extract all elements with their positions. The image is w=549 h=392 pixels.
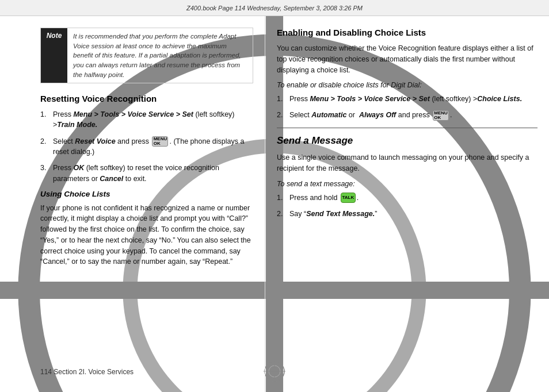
list-content: Select Automatic or Always Off and press… xyxy=(289,110,537,121)
talk-button-icon: TALK xyxy=(341,193,356,203)
list-item: 2. Say “Send Text Message.” xyxy=(277,209,537,219)
list-content: Press OK (left softkey) to reset the voi… xyxy=(53,163,253,183)
top-bar: Z400.book Page 114 Wednesday, September … xyxy=(0,0,549,16)
list-num: 3. xyxy=(40,163,53,173)
list-item: 1. Press Menu > Tools > Voice Service > … xyxy=(277,94,537,104)
menu-path: Menu > Tools > Voice Service > Set xyxy=(73,110,193,118)
note-content: It is recommended that you perform the c… xyxy=(67,28,253,83)
train-mode: Train Mode. xyxy=(57,121,97,129)
page-footer: 114 Section 2I. Voice Services xyxy=(40,368,134,376)
list-item: 3. Press OK (left softkey) to reset the … xyxy=(40,163,253,183)
footer-text: 114 Section 2I. Voice Services xyxy=(40,368,134,376)
list-num: 2. xyxy=(277,110,289,120)
note-label: Note xyxy=(41,28,67,83)
list-item: 2. Select Reset Voice and press MENUOK. … xyxy=(40,136,253,157)
resetting-list: 1. Press Menu > Tools > Voice Service > … xyxy=(40,109,253,183)
send-text-message-label: Send Text Message. xyxy=(306,210,375,218)
list-item: 1. Press and hold TALK. xyxy=(277,193,537,203)
list-num: 1. xyxy=(40,109,53,120)
list-num: 1. xyxy=(277,94,289,104)
reset-voice: Reset Voice xyxy=(75,137,115,145)
menu-path-2: Menu > Tools > Voice Service > Set xyxy=(310,95,430,103)
send-message-list: 1. Press and hold TALK. 2. Say “Send Tex… xyxy=(277,193,537,220)
section-divider xyxy=(277,128,537,128)
list-num: 2. xyxy=(40,136,53,147)
list-content: Select Reset Voice and press MENUOK. (Th… xyxy=(53,136,253,157)
list-content: Say “Send Text Message.” xyxy=(289,209,537,219)
list-content: Press and hold TALK. xyxy=(289,193,537,203)
choice-lists-label: Choice Lists. xyxy=(477,95,522,103)
always-off-label: Always Off xyxy=(359,111,396,119)
cancel-label: Cancel xyxy=(100,175,123,183)
list-item: 2. Select Automatic or Always Off and pr… xyxy=(277,110,537,121)
right-column: Enabling and Disabling Choice Lists You … xyxy=(265,16,549,392)
list-num: 2. xyxy=(277,209,289,219)
enabling-heading: Enabling and Disabling Choice Lists xyxy=(277,28,537,37)
enabling-list: 1. Press Menu > Tools > Voice Service > … xyxy=(277,94,537,121)
list-item: 1. Press Menu > Tools > Voice Service > … xyxy=(40,109,253,130)
send-message-instruction: To send a text message: xyxy=(277,180,537,188)
content-area: Note It is recommended that you perform … xyxy=(0,16,549,392)
choice-lists-heading: Using Choice Lists xyxy=(40,190,253,198)
ok-softkey: OK xyxy=(73,164,84,172)
automatic-label: Automatic xyxy=(311,111,346,119)
note-box: Note It is recommended that you perform … xyxy=(40,28,253,83)
send-message-body: Use a single voice command to launch mes… xyxy=(277,152,537,174)
send-message-heading: Send a Message xyxy=(277,135,537,147)
enabling-instruction: To enable or disable choice lists for Di… xyxy=(277,81,537,89)
resetting-heading: Resetting Voice Recognition xyxy=(40,94,253,103)
list-content: Press Menu > Tools > Voice Service > Set… xyxy=(289,94,537,104)
choice-lists-body: If your phone is not confident it has re… xyxy=(40,203,253,268)
left-column: Note It is recommended that you perform … xyxy=(0,16,265,392)
menu-ok-button-icon: MENUOK xyxy=(152,136,168,147)
top-bar-text: Z400.book Page 114 Wednesday, September … xyxy=(186,5,363,11)
page-container: Z400.book Page 114 Wednesday, September … xyxy=(0,0,549,392)
list-content: Press Menu > Tools > Voice Service > Set… xyxy=(53,109,253,130)
list-num: 1. xyxy=(277,193,289,203)
menu-ok-button-icon-2: MENUOK xyxy=(433,110,449,121)
enabling-body: You can customize whether the Voice Reco… xyxy=(277,43,537,75)
